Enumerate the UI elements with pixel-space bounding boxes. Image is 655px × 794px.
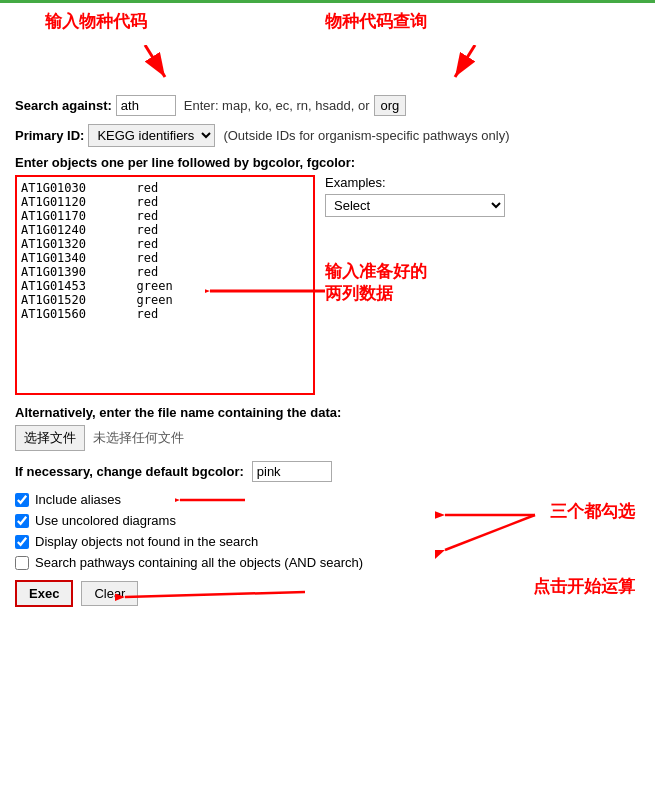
checkbox-row-3: Display objects not found in the search [15,534,640,549]
search-against-row: Search against: Enter: map, ko, ec, rn, … [15,95,640,116]
exec-arrow [115,575,315,610]
and-search-checkbox[interactable] [15,556,29,570]
search-hint: Enter: map, ko, ec, rn, hsadd, or [184,98,370,113]
file-name-display: 未选择任何文件 [93,429,184,447]
org-button[interactable]: org [374,95,407,116]
svg-line-3 [455,45,475,77]
include-aliases-label: Include aliases [35,492,121,507]
search-against-input[interactable] [116,95,176,116]
bgcolor-input[interactable] [252,461,332,482]
display-not-found-checkbox[interactable] [15,535,29,549]
species-code-arrow [115,45,175,85]
svg-line-13 [125,592,305,597]
display-not-found-label: Display objects not found in the search [35,534,258,549]
use-uncolored-checkbox[interactable] [15,514,29,528]
objects-section-label: Enter objects one per line followed by b… [15,155,640,170]
and-search-label: Search pathways containing all the objec… [35,555,363,570]
search-against-label: Search against: [15,98,112,113]
examples-select[interactable]: Select [325,194,505,217]
species-query-arrow [445,45,505,85]
top-border [0,0,655,3]
file-section-label: Alternatively, enter the file name conta… [15,405,640,420]
textarea-section: AT1G01030 red AT1G01120 red AT1G01170 re… [15,175,640,395]
svg-line-11 [445,515,535,550]
checkbox-row-2: Use uncolored diagrams [15,513,640,528]
checkbox-section: Include aliases Use uncolored diagrams D… [15,492,640,570]
examples-panel: Examples: Select 输入准备好的 两列数据 [325,175,525,395]
file-section: Alternatively, enter the file name conta… [15,405,640,451]
svg-line-1 [145,45,165,77]
primary-id-row: Primary ID: KEGG identifiers (Outside ID… [15,124,640,147]
species-code-annotation: 输入物种代码 [45,10,147,33]
primary-id-select[interactable]: KEGG identifiers [88,124,215,147]
bgcolor-row: If necessary, change default bgcolor: [15,461,640,482]
exec-button[interactable]: Exec [15,580,73,607]
bgcolor-section: If necessary, change default bgcolor: [15,461,640,482]
primary-id-hint: (Outside IDs for organism-specific pathw… [223,128,509,143]
choose-file-button[interactable]: 选择文件 [15,425,85,451]
top-annotation-area: 输入物种代码 物种代码查询 [15,10,640,90]
use-uncolored-label: Use uncolored diagrams [35,513,176,528]
exec-annotation: 点击开始运算 [533,575,635,598]
include-aliases-checkbox[interactable] [15,493,29,507]
primary-id-label: Primary ID: [15,128,84,143]
two-col-arrow [205,271,335,311]
species-query-annotation: 物种代码查询 [325,10,427,33]
three-check-annotation: 三个都勾选 [550,502,635,521]
two-col-annotation: 输入准备好的 两列数据 [325,262,427,303]
file-row: 选择文件 未选择任何文件 [15,425,640,451]
exec-area: Exec Clear 点击开始运算 [15,580,640,607]
cb1-arrow [175,490,255,510]
checkbox-row-4: Search pathways containing all the objec… [15,555,640,570]
bgcolor-label: If necessary, change default bgcolor: [15,464,244,479]
checkbox-row-1: Include aliases [15,492,640,507]
examples-label: Examples: [325,175,525,190]
three-check-annotation-area: 三个都勾选 [550,500,635,523]
two-col-annotation-area: 输入准备好的 两列数据 [325,261,525,305]
